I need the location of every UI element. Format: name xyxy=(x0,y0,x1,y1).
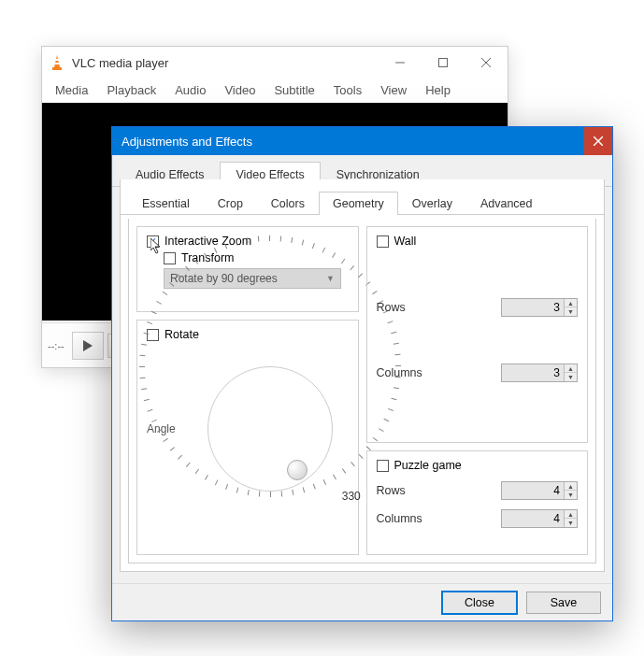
wall-cols-label: Columns xyxy=(377,366,422,379)
dialog-close-button[interactable] xyxy=(584,127,612,155)
tab-crop[interactable]: Crop xyxy=(204,192,257,215)
dial-knob[interactable] xyxy=(287,460,308,480)
svg-rect-5 xyxy=(439,59,448,67)
puzzle-label: Puzzle game xyxy=(394,459,462,472)
tab-advanced[interactable]: Advanced xyxy=(466,192,547,215)
chevron-down-icon[interactable]: ▼ xyxy=(565,307,577,316)
spinner-arrows[interactable]: ▲▼ xyxy=(564,510,577,527)
chevron-down-icon[interactable]: ▼ xyxy=(565,373,577,381)
play-button[interactable] xyxy=(72,332,104,360)
vlc-time-elapsed: --:-- xyxy=(48,340,64,351)
vlc-window-title: VLC media player xyxy=(72,56,379,70)
svg-rect-1 xyxy=(52,67,62,70)
svg-marker-8 xyxy=(83,340,93,351)
rotate-label: Rotate xyxy=(165,328,199,341)
save-button[interactable]: Save xyxy=(526,592,601,614)
menu-audio[interactable]: Audio xyxy=(165,81,215,99)
geometry-left-column: Interactive Zoom Transform Rotate by 90 … xyxy=(136,226,359,555)
chevron-down-icon: ▼ xyxy=(326,274,335,283)
transform-label: Transform xyxy=(181,251,235,264)
video-effects-panel: Essential Crop Colors Geometry Overlay A… xyxy=(120,179,605,572)
transform-combo[interactable]: Rotate by 90 degrees ▼ xyxy=(164,268,341,289)
puzzle-cols-value: 4 xyxy=(502,512,564,525)
wall-group: Wall Rows 3 ▲▼ Columns 3 xyxy=(366,226,589,443)
vlc-titlebar: VLC media player xyxy=(42,47,508,78)
wall-cols-value: 3 xyxy=(502,366,564,379)
tab-geometry[interactable]: Geometry xyxy=(319,192,398,215)
close-button[interactable]: Close xyxy=(442,592,517,614)
puzzle-cols-row: Columns 4 ▲▼ xyxy=(377,509,579,528)
puzzle-checkbox[interactable]: Puzzle game xyxy=(377,459,579,472)
chevron-up-icon[interactable]: ▲ xyxy=(565,510,577,519)
geometry-panel: Interactive Zoom Transform Rotate by 90 … xyxy=(128,219,596,563)
puzzle-rows-label: Rows xyxy=(377,484,406,497)
menu-help[interactable]: Help xyxy=(416,81,460,99)
chevron-up-icon[interactable]: ▲ xyxy=(565,299,577,307)
close-window-button[interactable] xyxy=(465,48,508,78)
puzzle-rows-value: 4 xyxy=(502,484,564,497)
tab-colors[interactable]: Colors xyxy=(257,192,319,215)
wall-cols-spinner[interactable]: 3 ▲▼ xyxy=(501,364,578,382)
vlc-cone-icon xyxy=(50,54,64,71)
rotate-group: Rotate Angle 330 xyxy=(136,320,359,555)
checkbox-icon xyxy=(377,460,389,472)
chevron-down-icon[interactable]: ▼ xyxy=(565,519,577,527)
wall-checkbox[interactable]: Wall xyxy=(377,235,579,248)
wall-rows-label: Rows xyxy=(377,301,406,314)
checkbox-icon xyxy=(377,235,389,248)
menu-tools[interactable]: Tools xyxy=(324,81,371,99)
puzzle-cols-label: Columns xyxy=(377,512,422,525)
rotate-dial-area: Angle 330 xyxy=(147,345,349,513)
menu-video[interactable]: Video xyxy=(215,81,265,99)
effects-dialog: Adjustments and Effects Audio Effects Vi… xyxy=(111,126,613,621)
menu-view[interactable]: View xyxy=(371,81,416,99)
minimize-button[interactable] xyxy=(379,48,422,78)
geometry-right-column: Wall Rows 3 ▲▼ Columns 3 xyxy=(366,226,589,555)
puzzle-group: Puzzle game Rows 4 ▲▼ Columns 4 ▲▼ xyxy=(366,450,589,555)
angle-dial[interactable]: 330 xyxy=(200,359,340,499)
interactive-zoom-label: Interactive Zoom xyxy=(165,235,251,248)
wall-rows-value: 3 xyxy=(502,301,564,314)
puzzle-rows-spinner[interactable]: 4 ▲▼ xyxy=(501,481,578,500)
wall-rows-row: Rows 3 ▲▼ xyxy=(377,298,579,317)
chevron-up-icon[interactable]: ▲ xyxy=(565,482,577,491)
dialog-titlebar[interactable]: Adjustments and Effects xyxy=(112,127,612,155)
puzzle-rows-row: Rows 4 ▲▼ xyxy=(377,481,579,500)
maximize-button[interactable] xyxy=(422,48,465,78)
dialog-footer: Close Save xyxy=(112,583,612,620)
svg-marker-0 xyxy=(54,55,60,67)
dialog-title: Adjustments and Effects xyxy=(122,135,252,149)
spinner-arrows[interactable]: ▲▼ xyxy=(564,364,577,381)
vlc-menubar: Media Playback Audio Video Subtitle Tool… xyxy=(42,78,508,101)
menu-subtitle[interactable]: Subtitle xyxy=(265,81,323,99)
menu-playback[interactable]: Playback xyxy=(97,81,165,99)
spinner-arrows[interactable]: ▲▼ xyxy=(564,299,577,316)
wall-rows-spinner[interactable]: 3 ▲▼ xyxy=(501,298,578,317)
spinner-arrows[interactable]: ▲▼ xyxy=(564,482,577,499)
wall-label: Wall xyxy=(394,235,417,248)
angle-label: Angle xyxy=(147,422,188,435)
chevron-up-icon[interactable]: ▲ xyxy=(565,364,577,373)
sub-tabs: Essential Crop Colors Geometry Overlay A… xyxy=(121,191,604,215)
tab-overlay[interactable]: Overlay xyxy=(398,192,466,215)
angle-value: 330 xyxy=(342,490,361,503)
svg-rect-2 xyxy=(55,59,59,61)
menu-media[interactable]: Media xyxy=(46,81,97,99)
tab-essential[interactable]: Essential xyxy=(128,192,204,215)
checkbox-icon xyxy=(147,235,159,248)
rotate-checkbox[interactable]: Rotate xyxy=(147,328,349,341)
transform-combo-value: Rotate by 90 degrees xyxy=(170,272,278,285)
transform-checkbox[interactable]: Transform xyxy=(164,251,349,264)
puzzle-cols-spinner[interactable]: 4 ▲▼ xyxy=(501,509,578,528)
checkbox-icon xyxy=(164,252,176,264)
dial-ring xyxy=(208,366,333,492)
svg-rect-3 xyxy=(54,63,60,64)
wall-cols-row: Columns 3 ▲▼ xyxy=(377,364,579,382)
chevron-down-icon[interactable]: ▼ xyxy=(565,491,577,499)
